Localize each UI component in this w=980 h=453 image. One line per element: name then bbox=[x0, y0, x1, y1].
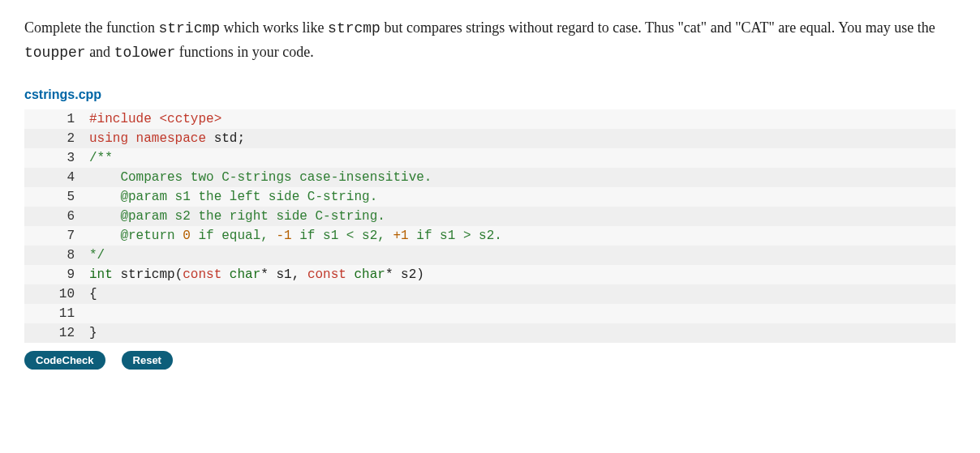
code-line: 5 @param s1 the left side C-string. bbox=[24, 187, 956, 207]
instruction-text: functions in your code. bbox=[175, 44, 313, 60]
line-number: 6 bbox=[24, 207, 89, 226]
code-line: 10 { bbox=[24, 284, 956, 304]
instruction-text: and bbox=[86, 44, 114, 60]
filename-label: cstrings.cpp bbox=[24, 84, 956, 105]
codecheck-button[interactable]: CodeCheck bbox=[24, 351, 105, 370]
line-number: 3 bbox=[24, 148, 89, 168]
code-content: /** bbox=[89, 148, 956, 168]
code-content: using namespace std; bbox=[89, 129, 956, 148]
code-content bbox=[89, 304, 956, 323]
button-row: CodeCheck Reset bbox=[24, 351, 956, 370]
code-line: 2 using namespace std; bbox=[24, 129, 956, 148]
code-content: } bbox=[89, 323, 956, 343]
code-line: 1 #include <cctype> bbox=[24, 109, 956, 129]
code-content: Compares two C-strings case-insensitive. bbox=[89, 168, 956, 187]
line-number: 5 bbox=[24, 187, 89, 207]
reset-button[interactable]: Reset bbox=[122, 351, 173, 370]
problem-instruction: Complete the function stricmp which work… bbox=[24, 16, 956, 65]
instruction-text: but compares strings without regard to c… bbox=[380, 19, 935, 36]
instruction-text: Complete the function bbox=[24, 19, 158, 36]
line-number: 10 bbox=[24, 284, 89, 304]
line-number: 11 bbox=[24, 304, 89, 323]
code-line: 11 bbox=[24, 304, 956, 323]
line-number: 1 bbox=[24, 109, 89, 129]
line-number: 4 bbox=[24, 168, 89, 187]
code-content: @return 0 if equal, -1 if s1 < s2, +1 if… bbox=[89, 226, 956, 246]
code-line: 12 } bbox=[24, 323, 956, 343]
code-line: 6 @param s2 the right side C-string. bbox=[24, 207, 956, 226]
line-number: 9 bbox=[24, 265, 89, 284]
code-line: 3 /** bbox=[24, 148, 956, 168]
code-content: #include <cctype> bbox=[89, 109, 956, 129]
code-line: 4 Compares two C-strings case-insensitiv… bbox=[24, 168, 956, 187]
code-content: @param s1 the left side C-string. bbox=[89, 187, 956, 207]
code-editor[interactable]: 1 #include <cctype> 2 using namespace st… bbox=[24, 109, 956, 343]
inline-code-strcmp: strcmp bbox=[328, 20, 380, 36]
line-number: 7 bbox=[24, 226, 89, 246]
inline-code-stricmp: stricmp bbox=[158, 20, 220, 36]
code-line: 9 int stricmp(const char* s1, const char… bbox=[24, 265, 956, 284]
inline-code-toupper: toupper bbox=[24, 45, 86, 61]
instruction-text: which works like bbox=[220, 19, 328, 36]
code-content: */ bbox=[89, 246, 956, 265]
code-content: int stricmp(const char* s1, const char* … bbox=[89, 265, 956, 284]
line-number: 2 bbox=[24, 129, 89, 148]
line-number: 8 bbox=[24, 246, 89, 265]
inline-code-tolower: tolower bbox=[114, 45, 176, 61]
code-content: { bbox=[89, 284, 956, 304]
line-number: 12 bbox=[24, 323, 89, 343]
code-content: @param s2 the right side C-string. bbox=[89, 207, 956, 226]
code-line: 7 @return 0 if equal, -1 if s1 < s2, +1 … bbox=[24, 226, 956, 246]
code-line: 8 */ bbox=[24, 246, 956, 265]
